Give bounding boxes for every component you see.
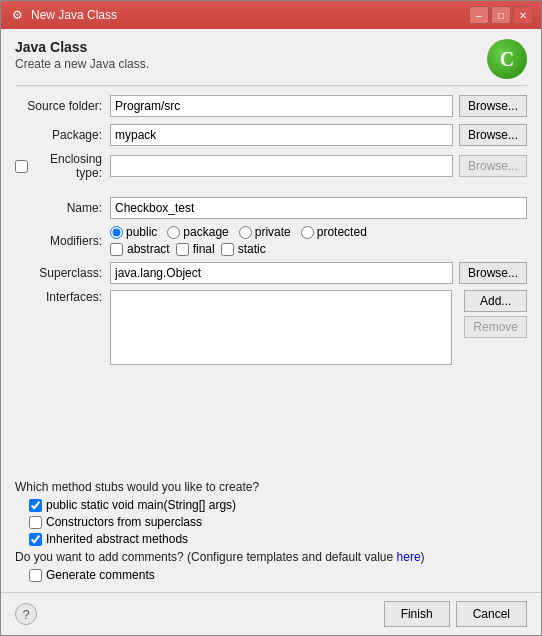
- source-folder-input[interactable]: [110, 95, 453, 117]
- source-folder-field: Browse...: [110, 95, 527, 117]
- stubs-constructor-text: Constructors from superclass: [46, 515, 202, 529]
- interfaces-remove-button[interactable]: Remove: [464, 316, 527, 338]
- dialog-subtitle: Create a new Java class.: [15, 57, 149, 71]
- modifier-protected-radio[interactable]: [301, 226, 314, 239]
- dialog-window: ⚙ New Java Class – □ ✕ Java Class Create…: [0, 0, 542, 636]
- stubs-constructor-checkbox[interactable]: [29, 516, 42, 529]
- stubs-inherited-text: Inherited abstract methods: [46, 532, 188, 546]
- modifiers-options: public package private: [110, 225, 377, 256]
- modifier-protected-text: protected: [317, 225, 367, 239]
- modifiers-row: Modifiers: public package: [15, 225, 527, 256]
- modifier-static-label[interactable]: static: [221, 242, 266, 256]
- stubs-constructor-label[interactable]: Constructors from superclass: [29, 515, 527, 529]
- modifier-package-radio[interactable]: [167, 226, 180, 239]
- enclosing-type-browse-button[interactable]: Browse...: [459, 155, 527, 177]
- modifier-radio-group: public package private: [110, 225, 377, 239]
- interfaces-row: Interfaces: Add... Remove: [15, 290, 527, 370]
- name-label: Name:: [15, 201, 110, 215]
- generate-comments-checkbox[interactable]: [29, 569, 42, 582]
- form-grid: Source folder: Browse... Package: Browse…: [15, 94, 527, 476]
- interfaces-buttons: Add... Remove: [464, 290, 527, 338]
- modifier-public-label[interactable]: public: [110, 225, 157, 239]
- title-bar-controls: – □ ✕: [469, 6, 533, 24]
- stubs-inherited-checkbox[interactable]: [29, 533, 42, 546]
- title-bar: ⚙ New Java Class – □ ✕: [1, 1, 541, 29]
- enclosing-type-label-text: Enclosing type:: [32, 152, 102, 180]
- enclosing-type-label-area: Enclosing type:: [15, 152, 110, 180]
- modifier-abstract-label[interactable]: abstract: [110, 242, 170, 256]
- package-label: Package:: [15, 128, 110, 142]
- superclass-input[interactable]: [110, 262, 453, 284]
- finish-button[interactable]: Finish: [384, 601, 450, 627]
- modifier-package-label[interactable]: package: [167, 225, 228, 239]
- stubs-main-checkbox[interactable]: [29, 499, 42, 512]
- enclosing-type-checkbox-label[interactable]: Enclosing type:: [15, 152, 102, 180]
- divider-1: [15, 185, 527, 191]
- modifier-private-radio[interactable]: [239, 226, 252, 239]
- source-folder-browse-button[interactable]: Browse...: [459, 95, 527, 117]
- help-button[interactable]: ?: [15, 603, 37, 625]
- modifiers-label: Modifiers:: [15, 234, 110, 248]
- interfaces-label: Interfaces:: [15, 290, 110, 304]
- header-section: Java Class Create a new Java class. C: [15, 39, 527, 86]
- superclass-field: Browse...: [110, 262, 527, 284]
- maximize-button[interactable]: □: [491, 6, 511, 24]
- modifier-public-radio[interactable]: [110, 226, 123, 239]
- comments-here-link[interactable]: here: [397, 550, 421, 564]
- name-field: [110, 197, 527, 219]
- modifier-final-label[interactable]: final: [176, 242, 215, 256]
- superclass-row: Superclass: Browse...: [15, 261, 527, 285]
- generate-comments-text: Generate comments: [46, 568, 155, 582]
- close-button[interactable]: ✕: [513, 6, 533, 24]
- modifiers-field: public package private: [110, 225, 527, 256]
- comments-question-suffix: ): [421, 550, 425, 564]
- superclass-browse-button[interactable]: Browse...: [459, 262, 527, 284]
- modifier-public-text: public: [126, 225, 157, 239]
- dialog-footer: ? Finish Cancel: [1, 592, 541, 635]
- name-input[interactable]: [110, 197, 527, 219]
- interfaces-textarea[interactable]: [110, 290, 452, 365]
- enclosing-type-checkbox[interactable]: [15, 160, 28, 173]
- modifier-checkbox-group: abstract final static: [110, 242, 377, 256]
- modifier-private-text: private: [255, 225, 291, 239]
- comments-question-prefix: Do you want to add comments? (Configure …: [15, 550, 397, 564]
- modifier-abstract-text: abstract: [127, 242, 170, 256]
- minimize-button[interactable]: –: [469, 6, 489, 24]
- dialog-title: Java Class: [15, 39, 149, 55]
- comments-question: Do you want to add comments? (Configure …: [15, 550, 527, 564]
- source-folder-row: Source folder: Browse...: [15, 94, 527, 118]
- modifier-final-text: final: [193, 242, 215, 256]
- cancel-button[interactable]: Cancel: [456, 601, 527, 627]
- package-browse-button[interactable]: Browse...: [459, 124, 527, 146]
- footer-buttons: Finish Cancel: [384, 601, 527, 627]
- comments-section: Do you want to add comments? (Configure …: [15, 550, 527, 582]
- enclosing-type-field: Browse...: [110, 155, 527, 177]
- interfaces-add-button[interactable]: Add...: [464, 290, 527, 312]
- modifier-static-text: static: [238, 242, 266, 256]
- modifier-private-label[interactable]: private: [239, 225, 291, 239]
- stubs-question: Which method stubs would you like to cre…: [15, 480, 527, 494]
- enclosing-type-row: Enclosing type: Browse...: [15, 152, 527, 180]
- eclipse-logo: C: [487, 39, 527, 79]
- window-icon: ⚙: [9, 7, 25, 23]
- interfaces-field: Add... Remove: [110, 290, 527, 365]
- package-field: Browse...: [110, 124, 527, 146]
- generate-comments-label[interactable]: Generate comments: [29, 568, 527, 582]
- modifier-final-checkbox[interactable]: [176, 243, 189, 256]
- comments-options: Generate comments: [29, 568, 527, 582]
- modifier-abstract-checkbox[interactable]: [110, 243, 123, 256]
- stubs-section: Which method stubs would you like to cre…: [15, 480, 527, 546]
- name-row: Name:: [15, 196, 527, 220]
- dialog-content: Java Class Create a new Java class. C So…: [1, 29, 541, 592]
- stubs-main-text: public static void main(String[] args): [46, 498, 236, 512]
- header-text: Java Class Create a new Java class.: [15, 39, 149, 71]
- stubs-inherited-label[interactable]: Inherited abstract methods: [29, 532, 527, 546]
- package-input[interactable]: [110, 124, 453, 146]
- modifier-protected-label[interactable]: protected: [301, 225, 367, 239]
- stubs-main-label[interactable]: public static void main(String[] args): [29, 498, 527, 512]
- modifier-static-checkbox[interactable]: [221, 243, 234, 256]
- source-folder-label: Source folder:: [15, 99, 110, 113]
- enclosing-type-input[interactable]: [110, 155, 453, 177]
- stubs-options: public static void main(String[] args) C…: [29, 498, 527, 546]
- modifier-package-text: package: [183, 225, 228, 239]
